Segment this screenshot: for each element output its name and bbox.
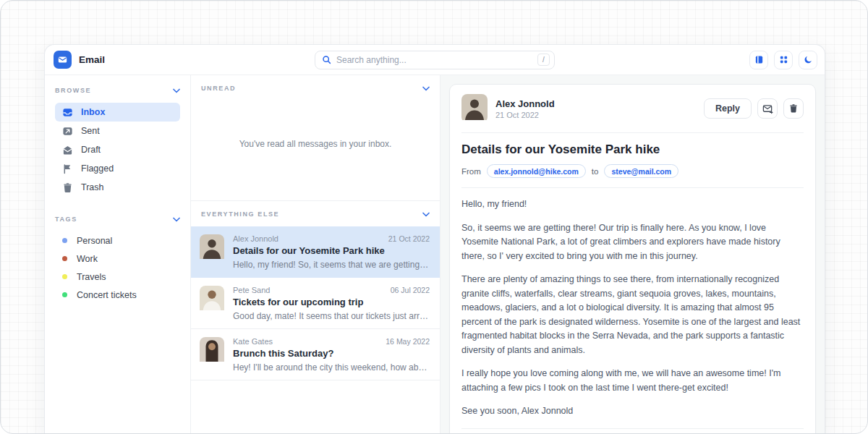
- main-content: BROWSE Inbox: [45, 75, 825, 433]
- forward-mail-button[interactable]: [757, 98, 778, 119]
- tag-item-personal[interactable]: Personal: [55, 231, 180, 250]
- avatar: [200, 234, 224, 270]
- delete-email-button[interactable]: [783, 98, 804, 119]
- email-app-window: Email /: [44, 44, 825, 433]
- email-list-item[interactable]: Alex Jonnold 21 Oct 2022 Details for our…: [191, 226, 440, 278]
- email-sender: Kate Gates: [233, 337, 273, 346]
- chevron-down-icon[interactable]: [422, 212, 430, 217]
- email-sender: Alex Jonnold: [233, 234, 278, 243]
- everything-else-header[interactable]: EVERYTHING ELSE: [191, 201, 440, 226]
- tag-item-concert-tickets[interactable]: Concert tickets: [55, 286, 180, 304]
- email-summary: Pete Sand 06 Jul 2022 Tickets for our up…: [233, 286, 430, 321]
- detail-sender-name: Alex Jonnold: [495, 98, 696, 109]
- tags-section-header[interactable]: TAGS: [55, 213, 180, 226]
- body-paragraph: I really hope you love coming along with…: [461, 367, 804, 395]
- trash-icon: [62, 182, 73, 193]
- detail-header: Alex Jonnold 21 Oct 2022 Reply: [461, 94, 804, 123]
- tag-color-dot: [62, 256, 67, 261]
- apps-grid-button[interactable]: [774, 51, 793, 69]
- detail-sender-block: Alex Jonnold 21 Oct 2022: [495, 98, 696, 119]
- tag-label: Work: [77, 254, 98, 264]
- email-summary: Alex Jonnold 21 Oct 2022 Details for our…: [233, 234, 430, 270]
- detail-date: 21 Oct 2022: [495, 111, 696, 119]
- email-date: 06 Jul 2022: [391, 286, 430, 294]
- search-input[interactable]: [336, 55, 537, 65]
- to-label: to: [592, 167, 599, 176]
- draft-icon: [62, 145, 73, 156]
- email-date: 21 Oct 2022: [388, 234, 430, 243]
- app-title: Email: [79, 54, 105, 65]
- trash-icon: [788, 103, 799, 114]
- sidebar-item-label: Sent: [81, 126, 100, 136]
- from-email-pill[interactable]: alex.jonnold@hike.com: [487, 164, 586, 178]
- tag-color-dot: [62, 238, 67, 243]
- body-paragraph: So, it seems we are getting there! Our t…: [461, 221, 804, 264]
- sidebar-item-label: Trash: [81, 182, 104, 192]
- email-detail-panel: Alex Jonnold 21 Oct 2022 Reply: [441, 75, 825, 433]
- email-summary: Kate Gates 16 May 2022 Brunch this Satur…: [233, 337, 430, 373]
- email-body: Hello, my friend! So, it seems we are ge…: [461, 197, 804, 419]
- sidebar-item-label: Draft: [81, 145, 101, 155]
- unread-section: UNREAD You've read all messages in your …: [191, 75, 440, 201]
- browse-section-header[interactable]: BROWSE: [55, 84, 180, 97]
- chevron-down-icon[interactable]: [173, 88, 180, 93]
- moon-icon: [804, 55, 813, 64]
- reading-list-button[interactable]: [749, 51, 768, 69]
- body-paragraph: See you soon, Alex Jonnold: [461, 404, 804, 419]
- tags-label: TAGS: [55, 216, 77, 223]
- message-list-column: UNREAD You've read all messages in your …: [191, 75, 441, 433]
- book-icon: [754, 55, 764, 64]
- sidebar-item-label: Inbox: [81, 107, 105, 117]
- browse-nav: Inbox Sent Draft: [55, 103, 180, 197]
- unread-section-header[interactable]: UNREAD: [191, 75, 440, 92]
- email-snippet: Good day, mate! It seems that our ticket…: [233, 311, 430, 321]
- everything-else-label: EVERYTHING ELSE: [201, 210, 279, 218]
- sent-icon: [62, 126, 73, 137]
- from-label: From: [461, 167, 481, 176]
- from-to-row: From alex.jonnold@hike.com to steve@mail…: [461, 164, 804, 178]
- avatar: [461, 94, 488, 123]
- email-detail-card: Alex Jonnold 21 Oct 2022 Reply: [449, 84, 816, 433]
- sidebar-item-draft[interactable]: Draft: [55, 140, 180, 159]
- reply-button[interactable]: Reply: [704, 98, 752, 119]
- tag-color-dot: [62, 274, 67, 279]
- flag-icon: [62, 163, 73, 174]
- tags-nav: Personal Work Travels Concert tickets: [55, 231, 180, 304]
- email-subject: Brunch this Saturday?: [233, 348, 430, 359]
- divider: [461, 187, 804, 188]
- chevron-down-icon[interactable]: [422, 86, 430, 91]
- email-list-item[interactable]: Kate Gates 16 May 2022 Brunch this Satur…: [191, 329, 440, 380]
- browse-label: BROWSE: [55, 87, 91, 94]
- tag-item-travels[interactable]: Travels: [55, 268, 180, 286]
- search-bar[interactable]: /: [315, 51, 555, 69]
- sidebar: BROWSE Inbox: [45, 75, 191, 433]
- to-email-pill[interactable]: steve@mail.com: [604, 164, 678, 178]
- email-subject: Details for our Yosemite Park hike: [233, 245, 430, 256]
- email-list-item[interactable]: Pete Sand 06 Jul 2022 Tickets for our up…: [191, 278, 440, 329]
- topbar-actions: [749, 51, 817, 69]
- dark-mode-toggle[interactable]: [799, 51, 817, 69]
- email-snippet: Hey! I'll be around the city this weeken…: [233, 362, 430, 373]
- tag-label: Travels: [77, 272, 106, 282]
- avatar: [200, 286, 224, 321]
- email-logo: [54, 51, 72, 69]
- sidebar-item-flagged[interactable]: Flagged: [55, 159, 180, 178]
- sidebar-item-trash[interactable]: Trash: [55, 178, 180, 197]
- mail-forward-icon: [762, 103, 773, 114]
- sidebar-item-inbox[interactable]: Inbox: [55, 103, 180, 122]
- grid-icon: [779, 55, 788, 64]
- email-subject: Tickets for our upcoming trip: [233, 297, 430, 307]
- email-date: 16 May 2022: [386, 337, 430, 346]
- tag-item-work[interactable]: Work: [55, 250, 180, 268]
- tag-label: Personal: [77, 236, 112, 246]
- sidebar-item-sent[interactable]: Sent: [55, 122, 180, 140]
- search-shortcut-badge: /: [537, 54, 550, 66]
- unread-empty-state: You've read all messages in your inbox.: [191, 92, 440, 200]
- avatar: [200, 337, 224, 373]
- tag-color-dot: [62, 292, 67, 297]
- chevron-down-icon[interactable]: [173, 217, 180, 222]
- body-paragraph: Hello, my friend!: [461, 197, 804, 212]
- divider: [461, 132, 804, 133]
- tag-label: Concert tickets: [77, 290, 137, 300]
- detail-actions: Reply: [704, 98, 804, 119]
